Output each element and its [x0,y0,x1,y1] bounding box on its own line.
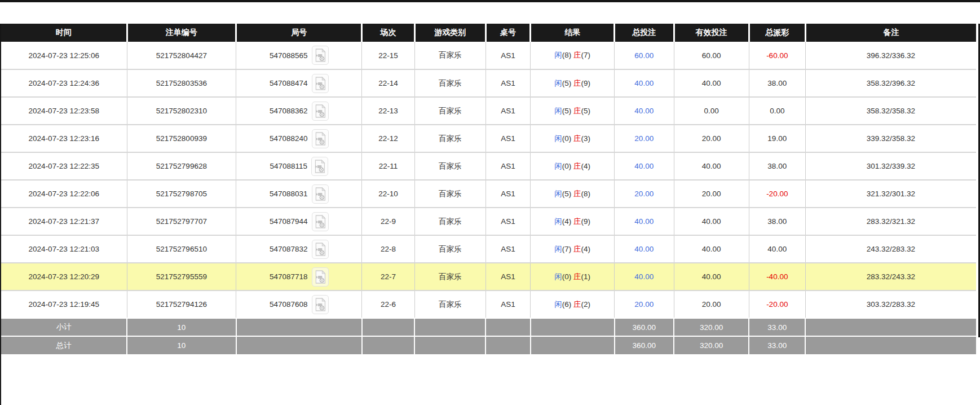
time-cell: 2024-07-23 12:22:06 [1,180,127,208]
table-no-cell: AS1 [485,208,531,235]
result-banker-label: 庄 [573,134,581,143]
result-player-score: (5) [562,79,573,87]
remark-cell: 358.32/358.32 [805,97,976,125]
result-player-score: (8) [562,51,573,59]
table-no-cell: AS1 [485,97,531,125]
video-document-icon [314,297,326,312]
round-no-wrap: 547088362 [270,102,329,121]
round-video-button[interactable] [312,102,329,121]
round-video-button[interactable] [312,267,329,287]
summary-empty-cell [485,336,531,354]
round-no-value: 547088031 [270,190,308,198]
table-row[interactable]: 2024-07-23 12:22:06521752798705547088031… [1,180,976,208]
remark-cell: 283.32/243.32 [805,263,976,290]
bet-no-cell: 521752804427 [127,42,236,69]
total-bet-cell: 40.00 [615,208,674,235]
table-row[interactable]: 2024-07-23 12:25:06521752804427547088565… [1,42,976,69]
valid-bet-cell: 20.00 [674,125,749,152]
round-no-wrap: 547087944 [270,212,329,231]
round-video-button[interactable] [312,295,329,314]
result-cell: 闲(4) 庄(9) [531,208,615,235]
result-player-label: 闲 [554,51,562,59]
bet-no-cell: 521752803536 [127,69,236,97]
summary-empty-cell [805,336,976,354]
col-header-time: 时间 [1,24,127,42]
bet-no-cell: 521752796510 [127,235,236,263]
round-video-button[interactable] [312,240,329,259]
game-type-cell: 百家乐 [414,290,485,318]
round-no-wrap: 547087718 [270,267,329,287]
summary-empty-cell [236,318,362,336]
summary-empty-cell [362,318,414,336]
video-document-icon [314,131,326,146]
round-video-button[interactable] [311,157,328,176]
summary-valid-bet-cell: 320.00 [674,336,749,354]
result-banker-score: (3) [581,134,591,143]
page-top-border [0,0,980,2]
round-video-button[interactable] [312,184,329,204]
remark-cell: 339.32/358.32 [805,125,976,152]
bet-no-cell: 521752799628 [127,152,236,180]
round-no-value: 547088240 [270,134,308,143]
col-header-total-bet: 总投注 [615,24,674,42]
round-no-cell: 547088474 [236,69,362,97]
round-no-wrap: 547088474 [270,74,329,93]
session-cell: 22-14 [362,69,414,97]
valid-bet-cell: 40.00 [674,263,749,290]
valid-bet-cell: 40.00 [674,152,749,180]
summary-empty-cell [236,336,362,354]
result-cell: 闲(5) 庄(5) [531,97,615,125]
table-no-cell: AS1 [485,180,531,208]
summary-label-cell: 小计 [1,318,127,336]
summary-label-cell: 总计 [1,336,127,354]
table-summary: 小计10360.00320.0033.00总计10360.00320.0033.… [1,318,976,354]
bet-no-cell: 521752800939 [127,125,236,152]
payout-cell: -20.00 [749,180,805,208]
round-video-button[interactable] [312,74,329,93]
video-document-icon [314,214,326,229]
col-header-remark: 备注 [805,24,976,42]
summary-empty-cell [414,318,485,336]
result-player-label: 闲 [554,190,562,198]
table-row[interactable]: 2024-07-23 12:23:58521752802310547088362… [1,97,976,125]
result-cell: 闲(8) 庄(7) [531,42,615,69]
time-cell: 2024-07-23 12:23:16 [1,125,127,152]
col-header-payout: 总派彩 [749,24,805,42]
result-banker-score: (8) [581,190,591,198]
result-player-score: (7) [562,245,573,253]
result-player-label: 闲 [554,217,562,226]
table-row[interactable]: 2024-07-23 12:22:35521752799628547088115… [1,152,976,180]
remark-cell: 321.32/301.32 [805,180,976,208]
bet-no-cell: 521752795559 [127,263,236,290]
round-no-cell: 547088565 [236,42,362,69]
table-row[interactable]: 2024-07-23 12:20:29521752795559547087718… [1,263,976,290]
session-cell: 22-12 [362,125,414,152]
round-video-button[interactable] [312,129,329,148]
table-no-cell: AS1 [485,42,531,69]
round-video-button[interactable] [312,212,329,231]
table-row[interactable]: 2024-07-23 12:24:36521752803536547088474… [1,69,976,97]
table-row[interactable]: 2024-07-23 12:23:16521752800939547088240… [1,125,976,152]
remark-cell: 243.32/283.32 [805,235,976,263]
table-row[interactable]: 2024-07-23 12:21:37521752797707547087944… [1,208,976,235]
round-video-button[interactable] [312,46,329,65]
summary-payout-cell: 33.00 [749,336,805,354]
total-bet-cell: 60.00 [615,42,674,69]
result-player-score: (6) [562,300,573,309]
payout-cell: -60.00 [749,42,805,69]
session-cell: 22-10 [362,180,414,208]
time-cell: 2024-07-23 12:22:35 [1,152,127,180]
result-player-label: 闲 [554,107,562,115]
result-banker-score: (9) [581,217,591,226]
summary-total-bet-cell: 360.00 [615,318,674,336]
round-no-cell: 547088031 [236,180,362,208]
table-row[interactable]: 2024-07-23 12:19:45521752794126547087608… [1,290,976,318]
payout-cell: -20.00 [749,290,805,318]
table-row[interactable]: 2024-07-23 12:21:03521752796510547087832… [1,235,976,263]
summary-empty-cell [485,318,531,336]
summary-payout-cell: 33.00 [749,318,805,336]
summary-total-bet-cell: 360.00 [615,336,674,354]
payout-cell: 0.00 [749,97,805,125]
valid-bet-cell: 40.00 [674,69,749,97]
round-no-value: 547088362 [270,107,308,115]
